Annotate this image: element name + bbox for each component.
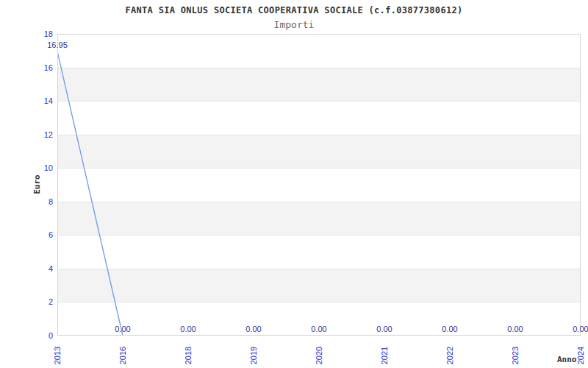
- y-tick-label: 4: [28, 264, 53, 273]
- x-tick-label: 2024: [576, 341, 585, 368]
- y-tick-label: 10: [28, 163, 53, 172]
- chart-subtitle: Importi: [0, 19, 588, 30]
- y-tick-label: 18: [28, 29, 53, 38]
- data-point-label: 0.00: [101, 325, 145, 333]
- x-tick-label: 2022: [445, 341, 454, 368]
- chart-title: FANTA SIA ONLUS SOCIETA COOPERATIVA SOCI…: [0, 5, 588, 15]
- plot-area: [57, 34, 581, 336]
- x-tick-label: 2018: [184, 341, 193, 368]
- y-tick-label: 16: [28, 63, 53, 72]
- x-axis-title: Anno: [557, 355, 577, 364]
- data-point-label: 0.00: [166, 325, 210, 333]
- data-point-label: 0.00: [493, 325, 537, 333]
- y-tick-label: 14: [28, 96, 53, 105]
- series-line: [57, 52, 581, 336]
- x-tick-label: 2013: [53, 341, 62, 368]
- y-tick-label: 8: [28, 197, 53, 206]
- y-tick-label: 6: [28, 230, 53, 239]
- y-axis-title: Euro: [32, 169, 42, 201]
- data-point-label: 0.00: [297, 325, 341, 333]
- x-tick-label: 2019: [249, 341, 258, 368]
- y-tick-label: 2: [28, 297, 53, 306]
- x-tick-label: 2016: [118, 341, 127, 368]
- y-tick-label: 12: [28, 130, 53, 139]
- x-tick-label: 2023: [511, 341, 520, 368]
- data-point-label: 0.00: [559, 325, 588, 333]
- data-point-label: 16.95: [35, 40, 79, 49]
- x-tick-label: 2020: [315, 341, 323, 368]
- line-series: [57, 34, 581, 336]
- y-tick-label: 0: [28, 331, 53, 340]
- data-point-label: 0.00: [428, 325, 472, 333]
- data-point-label: 0.00: [232, 325, 276, 333]
- chart-canvas: FANTA SIA ONLUS SOCIETA COOPERATIVA SOCI…: [0, 0, 588, 368]
- x-tick-label: 2021: [380, 341, 389, 368]
- data-point-label: 0.00: [362, 325, 406, 333]
